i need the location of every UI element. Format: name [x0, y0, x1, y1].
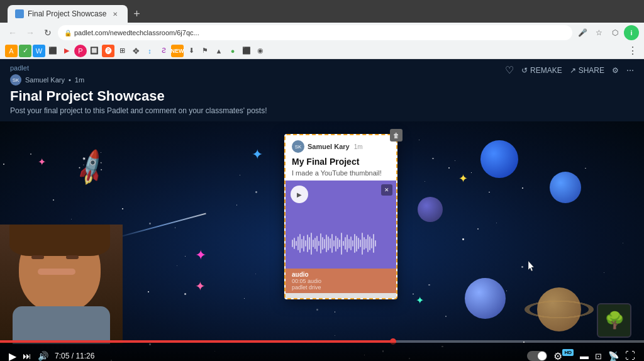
active-tab[interactable]: Final Project Showcase ✕	[8, 5, 128, 23]
refresh-button[interactable]: ↻	[40, 25, 55, 40]
theater-mode-button[interactable]: ▬	[580, 351, 589, 361]
menu-dots[interactable]: ⋮	[626, 45, 639, 57]
toggle-knob	[538, 352, 547, 360]
ext-4[interactable]: ⬛	[47, 45, 59, 57]
profile-icon[interactable]: i	[624, 25, 639, 40]
wave-bar	[326, 235, 327, 252]
ext-15[interactable]: ⚑	[199, 45, 211, 57]
wave-bar	[296, 241, 297, 246]
autoplay-toggle[interactable]	[527, 351, 547, 361]
padlet-meta: SK Samuel Kary • 1m	[10, 74, 267, 86]
ext-19[interactable]: ◉	[254, 45, 267, 57]
card-user-avatar: SK	[292, 140, 304, 153]
ext-1[interactable]: A	[5, 45, 18, 57]
padlet-subtitle: Post your final project to this Padlet a…	[10, 106, 267, 115]
miniplayer-button[interactable]: ⊡	[595, 352, 602, 361]
ext-17[interactable]: ●	[226, 45, 239, 57]
ext-5[interactable]: ▶	[60, 45, 73, 57]
hd-badge: HD	[562, 349, 574, 356]
play-pause-button[interactable]: ▶	[9, 350, 16, 362]
wave-bar	[301, 239, 303, 248]
wave-bar	[335, 236, 336, 252]
ext-11[interactable]: ↕	[143, 45, 156, 57]
wave-bar	[303, 236, 304, 252]
yellow-sparkle-1: ✦	[458, 172, 468, 186]
wave-bar	[294, 238, 295, 249]
padlet-logo: padlet	[10, 64, 267, 72]
extension-puzzle-icon[interactable]: ⬡	[608, 25, 623, 40]
wave-bar	[373, 234, 374, 253]
wave-bar	[328, 236, 329, 250]
card-bottom-strip	[286, 293, 396, 298]
ext-8[interactable]: 🅟	[102, 45, 114, 57]
video-container: ✦ ✦ ✦ ✦ ✦ ✦ ✦ 🚀 🌳 🗑 SK Samuel Kary 1	[0, 121, 644, 361]
tab-close-button[interactable]: ✕	[110, 9, 120, 19]
audio-close-button[interactable]: ✕	[381, 184, 392, 196]
ext-14[interactable]: ⬇	[185, 45, 197, 57]
wave-bar	[337, 238, 338, 249]
wave-bar	[299, 234, 301, 253]
new-tab-button[interactable]: +	[128, 5, 145, 23]
tree-widget: 🌳	[597, 303, 631, 338]
tab-bar: Final Project Showcase ✕ +	[0, 0, 644, 23]
padlet-actions: ♡ ↺ REMAKE ↗ SHARE ⚙ ⋯	[505, 64, 634, 76]
wave-bar	[339, 240, 340, 247]
wave-bar	[314, 238, 316, 249]
ext-7[interactable]: 🔲	[88, 45, 101, 57]
ext-13[interactable]: NEW	[171, 45, 184, 57]
cast-button[interactable]: 📡	[608, 351, 619, 361]
wave-bar	[356, 236, 357, 252]
wave-bar	[354, 234, 355, 253]
forward-button[interactable]: →	[23, 25, 38, 40]
audio-type-label: audio	[292, 271, 390, 278]
share-button[interactable]: ↗ SHARE	[570, 66, 604, 75]
audio-play-button[interactable]: ▶	[291, 186, 308, 203]
ext-18[interactable]: ⬛	[240, 45, 253, 57]
padlet-card: 🗑 SK Samuel Kary 1m My Final Project I m…	[284, 134, 397, 299]
skip-button[interactable]: ⏭	[23, 351, 31, 361]
ext-2[interactable]: ✓	[19, 45, 31, 57]
video-controls: ▶ ⏭ 🔊 7:05 / 11:26 ⚙HD ▬ ⊡ 📡 ⛶	[0, 343, 644, 361]
wave-bar	[360, 240, 361, 247]
bookmark-icon[interactable]: ☆	[591, 25, 606, 40]
wave-bar	[297, 236, 299, 250]
card-audio-label: audio 00:05 audio padlet drive	[286, 269, 396, 293]
heart-icon[interactable]: ♡	[505, 64, 514, 76]
ext-16[interactable]: ▲	[213, 45, 225, 57]
user-avatar: SK	[10, 74, 21, 86]
ext-3[interactable]: W	[33, 45, 45, 57]
wave-bar	[307, 235, 308, 252]
more-icon[interactable]: ⋯	[626, 66, 634, 75]
card-delete-button[interactable]: 🗑	[390, 129, 402, 142]
card-audio-area: ▶ ✕	[286, 181, 396, 269]
tab-title: Final Project Showcase	[28, 9, 106, 18]
saturn-ring	[525, 301, 594, 318]
ext-10[interactable]: ❖	[130, 45, 142, 57]
card-title: My Final Project	[286, 155, 396, 169]
current-time: 7:05	[55, 352, 69, 360]
wave-bar	[313, 240, 314, 247]
wave-bar	[320, 233, 321, 253]
ext-6[interactable]: P	[74, 45, 87, 57]
fullscreen-button[interactable]: ⛶	[625, 350, 635, 361]
wave-bar	[292, 240, 293, 247]
address-field[interactable]: 🔒 padlet.com/newedtechclassroom/6j7qc...	[58, 25, 572, 40]
wave-bar	[348, 239, 350, 248]
wave-bar	[330, 238, 331, 248]
person-webcam	[0, 225, 123, 344]
ext-12[interactable]: Ƨ	[157, 45, 170, 57]
back-button[interactable]: ←	[5, 25, 20, 40]
planet-4	[465, 278, 506, 319]
remake-button[interactable]: ↺ REMAKE	[521, 66, 562, 75]
wave-bar	[364, 237, 365, 250]
volume-button[interactable]: 🔊	[38, 351, 48, 361]
settings-button[interactable]: ⚙HD	[553, 350, 574, 362]
microphone-icon[interactable]: 🎤	[575, 25, 590, 40]
tab-favicon	[15, 9, 24, 18]
ext-9[interactable]: ⊞	[116, 45, 128, 57]
wave-bar	[316, 236, 318, 252]
wave-bar	[358, 238, 359, 249]
saturn-planet	[537, 287, 581, 331]
remake-icon: ↺	[521, 66, 528, 75]
settings-icon[interactable]: ⚙	[612, 66, 619, 75]
